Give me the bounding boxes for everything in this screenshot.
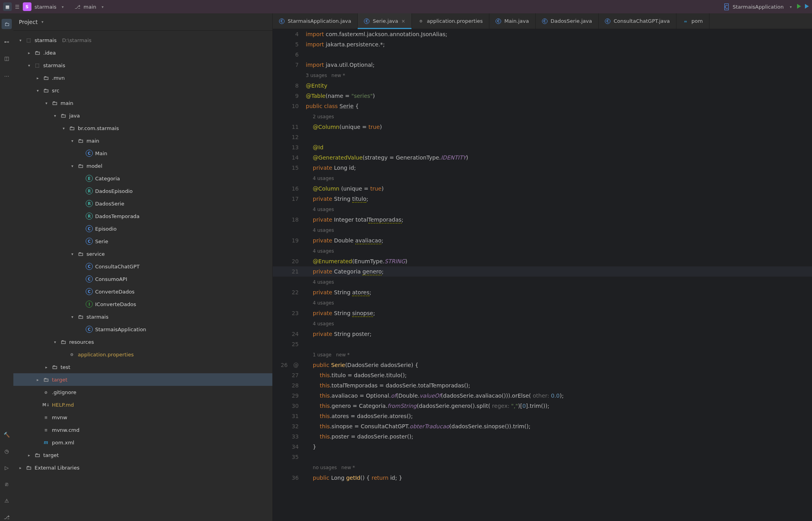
tree-node[interactable]: src (13, 84, 272, 97)
code-line[interactable]: 21 private Categoria genero; (273, 266, 812, 277)
tree-node[interactable]: RDadosSerie (13, 197, 272, 210)
code-line[interactable]: 28 this.totalTemporadas = dadosSerie.tot… (273, 380, 812, 391)
project-tree[interactable]: starmaisD:\starmais.ideastarmais.mvnsrcm… (13, 31, 272, 521)
code-line[interactable]: 7import java.util.Optional; (273, 60, 812, 70)
code-line[interactable]: 34 } (273, 442, 812, 452)
code-line[interactable]: 22 private String atores; (273, 287, 812, 297)
code-line[interactable]: 4 usages (273, 318, 812, 329)
code-line[interactable]: 4 usages (273, 173, 812, 183)
tree-node[interactable]: CConsumoAPI (13, 273, 272, 285)
code-line[interactable]: 23 private String sinopse; (273, 308, 812, 318)
tree-node[interactable]: service (13, 248, 272, 260)
tree-node[interactable]: CConsultaChatGPT (13, 260, 272, 273)
code-line[interactable]: 29 this.avaliacao = Optional.of(Double.v… (273, 391, 812, 401)
code-line[interactable]: 4 usages (273, 297, 812, 308)
tree-node[interactable]: ≡mvnw (13, 411, 272, 424)
commit-tool-icon[interactable]: ⊷ (3, 38, 11, 46)
tree-node[interactable]: RDadosEpisodio (13, 185, 272, 197)
code-line[interactable]: 15 private Long id; (273, 163, 812, 173)
code-line[interactable]: 10public class Serie { (273, 101, 812, 111)
code-line[interactable]: 4 usages (273, 225, 812, 235)
code-line[interactable]: 4 usages (273, 277, 812, 287)
tree-node[interactable]: starmais (13, 59, 272, 72)
code-line[interactable]: 4 usages (273, 246, 812, 256)
close-icon[interactable]: × (401, 18, 405, 24)
tree-node[interactable]: resources (13, 336, 272, 348)
code-line[interactable]: 18 private Integer totalTemporadas; (273, 215, 812, 225)
more-tool-icon[interactable]: … (3, 71, 11, 79)
tree-node[interactable]: br.com.starmais (13, 122, 272, 134)
project-tool-icon[interactable]: 🗀 (2, 19, 12, 29)
code-line[interactable]: 3 usages new * (273, 70, 812, 81)
editor-tab[interactable]: CDadosSerie.java (536, 13, 599, 29)
editor-tab[interactable]: CConsultaChatGPT.java (599, 13, 676, 29)
code-line[interactable]: 13 @Id (273, 142, 812, 152)
tree-node[interactable]: ⊘.gitignore (13, 386, 272, 398)
tree-node[interactable]: main (13, 134, 272, 147)
tree-node[interactable]: starmaisD:\starmais (13, 34, 272, 46)
tree-node[interactable]: ⚙application.properties (13, 348, 272, 361)
code-line[interactable]: 11 @Column(unique = true) (273, 122, 812, 132)
tree-node[interactable]: ECategoria (13, 172, 272, 185)
code-line[interactable]: 5import jakarta.persistence.*; (273, 39, 812, 50)
editor-tab[interactable]: CSerie.java× (358, 13, 412, 29)
code-line[interactable]: 2 usages (273, 111, 812, 122)
tree-node[interactable]: target (13, 449, 272, 461)
code-line[interactable]: 30 this.genero = Categoria.fromString(da… (273, 401, 812, 411)
main-menu-icon[interactable]: ☰ (15, 4, 20, 10)
terminal-tool-icon[interactable]: ⎚ (3, 480, 11, 488)
tree-node[interactable]: mpom.xml (13, 436, 272, 449)
tree-node[interactable]: .mvn (13, 72, 272, 84)
project-name[interactable]: starmais (35, 4, 57, 10)
build-tool-icon[interactable]: 🔨 (3, 431, 11, 438)
run-icon[interactable] (805, 4, 809, 10)
project-panel-title[interactable]: Project (19, 19, 38, 25)
tree-node[interactable]: java (13, 109, 272, 122)
editor-tab[interactable]: CStarmaisApplication.java (273, 13, 358, 29)
code-line[interactable]: 35 (273, 452, 812, 462)
code-line[interactable]: 8@Entity (273, 81, 812, 91)
services-tool-icon[interactable]: ◷ (3, 447, 11, 455)
tree-node[interactable]: main (13, 97, 272, 109)
code-line[interactable]: 12 (273, 132, 812, 142)
tree-node[interactable]: External Libraries (13, 461, 272, 474)
project-avatar-icon[interactable]: S (23, 2, 31, 11)
code-line[interactable]: 31 this.atores = dadosSerie.atores(); (273, 411, 812, 421)
code-line[interactable]: no usages new * (273, 462, 812, 473)
tree-node[interactable]: RDadosTemporada (13, 210, 272, 222)
problems-tool-icon[interactable]: ⚠ (3, 497, 11, 504)
tree-node[interactable]: CMain (13, 147, 272, 160)
code-line[interactable]: 33 this.poster = dadosSerie.poster(); (273, 431, 812, 442)
tree-node[interactable]: M↓HELP.md (13, 398, 272, 411)
code-line[interactable]: 19 private Double avaliacao; (273, 235, 812, 246)
editor-tab[interactable]: ⚙application.properties (412, 13, 489, 29)
debug-run-icon[interactable] (797, 4, 801, 10)
structure-tool-icon[interactable]: ◫ (3, 54, 11, 62)
editor-tab[interactable]: CMain.java (489, 13, 535, 29)
tree-node[interactable]: starmais (13, 310, 272, 323)
run-config-name[interactable]: StarmaisApplication (733, 4, 784, 10)
code-line[interactable]: 26@ public Serie(DadosSerie dadosSerie) … (273, 360, 812, 370)
code-line[interactable]: 14 @GeneratedValue(strategy = Generation… (273, 152, 812, 163)
code-line[interactable]: 4 usages (273, 204, 812, 215)
code-line[interactable]: 4import com.fasterxml.jackson.annotation… (273, 29, 812, 39)
tree-node[interactable]: IIConverteDados (13, 298, 272, 310)
code-line[interactable]: 1 usage new * (273, 349, 812, 360)
code-line[interactable]: 17 private String titulo; (273, 194, 812, 204)
code-line[interactable]: 36 public Long getId() { return id; } (273, 473, 812, 483)
tree-node[interactable]: CSerie (13, 235, 272, 248)
tree-node[interactable]: model (13, 160, 272, 172)
tree-node[interactable]: .idea (13, 46, 272, 59)
tree-node[interactable]: CStarmaisApplication (13, 323, 272, 336)
run-tool-icon[interactable]: ▷ (3, 464, 11, 471)
tree-node[interactable]: target (13, 373, 272, 386)
tree-node[interactable]: CEpisodio (13, 222, 272, 235)
code-line[interactable]: 24 private String poster; (273, 329, 812, 339)
code-line[interactable]: 16 @Column (unique = true) (273, 183, 812, 194)
code-line[interactable]: 25 (273, 339, 812, 349)
code-editor[interactable]: 4import com.fasterxml.jackson.annotation… (273, 29, 812, 521)
tree-node[interactable]: test (13, 361, 272, 373)
code-line[interactable]: 9@Table(name = "series") (273, 91, 812, 101)
tree-node[interactable]: ≡mvnw.cmd (13, 424, 272, 436)
vcs-tool-icon[interactable]: ⎇ (3, 513, 11, 521)
